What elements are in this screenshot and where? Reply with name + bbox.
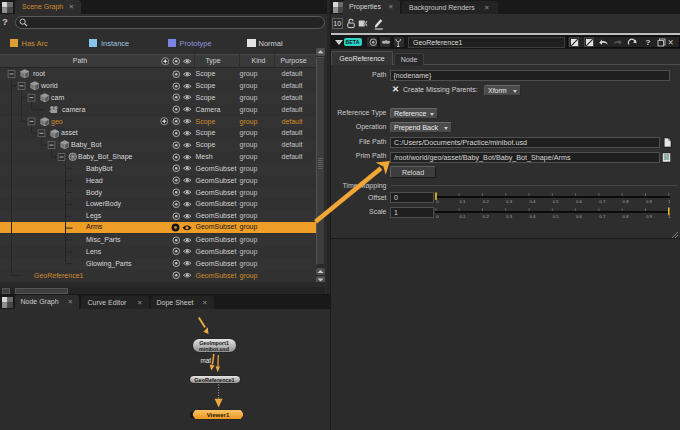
svg-text:0.9: 0.9 xyxy=(645,214,652,219)
svg-text:1: 1 xyxy=(668,199,671,204)
svg-text:0.2: 0.2 xyxy=(482,214,489,219)
svg-text:0.1: 0.1 xyxy=(459,214,466,219)
svg-text:0.4: 0.4 xyxy=(529,214,536,219)
svg-text:0.5: 0.5 xyxy=(552,199,559,204)
svg-text:0.8: 0.8 xyxy=(622,199,629,204)
svg-text:0.7: 0.7 xyxy=(599,199,606,204)
svg-text:0.7: 0.7 xyxy=(599,214,606,219)
svg-text:0: 0 xyxy=(436,214,439,219)
svg-text:0.4: 0.4 xyxy=(529,199,536,204)
svg-text:0.8: 0.8 xyxy=(622,214,629,219)
svg-text:0.3: 0.3 xyxy=(506,199,513,204)
svg-text:0.1: 0.1 xyxy=(459,199,466,204)
svg-text:0.3: 0.3 xyxy=(506,214,513,219)
svg-text:0.6: 0.6 xyxy=(576,199,583,204)
svg-text:0.6: 0.6 xyxy=(576,214,583,219)
svg-text:0.5: 0.5 xyxy=(552,214,559,219)
svg-text:0.9: 0.9 xyxy=(645,199,652,204)
svg-text:0.2: 0.2 xyxy=(482,199,489,204)
